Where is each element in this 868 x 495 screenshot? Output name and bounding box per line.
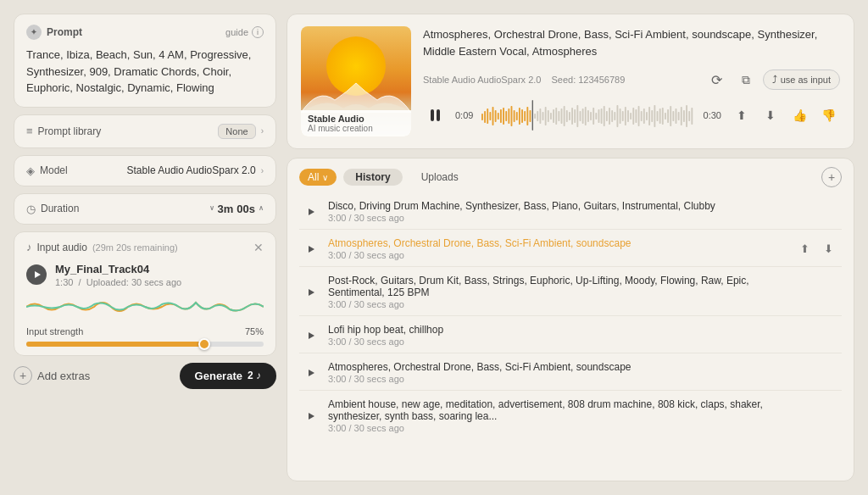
pause-bar-1 [431,109,434,121]
list-add-button[interactable]: + [821,167,842,187]
list-play-button-2[interactable] [303,284,320,301]
svg-rect-68 [662,108,664,125]
model-icon: ◈ [26,164,35,177]
svg-rect-28 [556,108,558,125]
loop-button[interactable]: ⟳ [705,68,729,92]
svg-rect-65 [654,105,656,127]
svg-rect-30 [561,108,563,124]
list-download-button-3[interactable]: ⬇ [818,325,838,346]
info-icon[interactable]: i [252,26,264,38]
share-button[interactable]: ⬆ [730,103,754,127]
svg-rect-52 [620,108,621,124]
list-item-title-2: Post-Rock, Guitars, Drum Kit, Bass, Stri… [328,275,786,298]
duration-up-arrow[interactable]: ∧ [259,205,264,212]
track-play-button[interactable] [26,264,47,285]
list-download-button-1[interactable]: ⬇ [818,239,838,259]
player-actions: ⬆ ⬇ 👍 👎 [730,103,840,127]
like-button[interactable]: 👍 [787,103,811,127]
svg-rect-55 [627,110,629,122]
guide-link[interactable]: guide i [225,26,264,38]
list-item-meta-4: 3:00 / 30 secs ago [328,374,786,384]
list-play-button-4[interactable] [303,364,320,381]
list-download-button-4[interactable]: ⬇ [818,363,838,383]
player-seed: Seed: 123456789 [551,75,625,85]
tab-uploads[interactable]: Uploads [409,169,470,186]
list-item-title-5: Ambient house, new age, meditation, adve… [328,398,786,422]
svg-rect-8 [504,108,505,125]
svg-rect-1 [485,111,487,123]
svg-rect-25 [548,110,549,122]
svg-rect-79 [692,108,693,125]
svg-rect-70 [668,109,670,123]
use-input-icon: ⤴ [772,74,777,86]
list-item: Lofi hip hop beat, chillhop 3:00 / 30 se… [299,318,842,353]
input-strength-label: Input strength [26,326,83,336]
dislike-button[interactable]: 👎 [816,103,840,127]
svg-rect-37 [580,111,581,121]
svg-rect-11 [511,106,513,126]
svg-rect-49 [612,110,614,122]
tab-history[interactable]: History [343,169,402,186]
add-extras-button[interactable]: + Add extras [14,366,90,385]
duration-down-arrow[interactable]: ∨ [209,205,214,212]
list-share-button-2[interactable]: ⬆ [794,282,815,303]
svg-rect-78 [689,111,691,121]
list-share-button-3[interactable]: ⬆ [794,325,815,346]
list-item-title-3: Lofi hip hop beat, chillhop [328,324,786,336]
list-item-info-1: Atmospheres, Orchestral Drone, Bass, Sci… [328,237,786,260]
pause-button[interactable] [423,103,447,127]
svg-rect-18 [530,110,531,122]
input-strength-slider[interactable] [26,342,264,347]
list-play-button-3[interactable] [303,327,320,344]
svg-rect-36 [577,105,579,127]
prompt-library-label: Prompt library [38,125,102,137]
svg-rect-66 [657,111,659,121]
svg-rect-54 [625,107,626,125]
list-download-button-2[interactable]: ⬇ [818,282,838,303]
use-as-input-button[interactable]: ⤴ use as input [763,70,840,90]
track-name: My_Final_Track04 [55,263,181,275]
input-strength-value: 75% [245,326,264,336]
svg-rect-29 [559,111,560,121]
list-share-button-0[interactable]: ⬆ [794,202,815,222]
prompt-library-section[interactable]: ≡ Prompt library None › [14,114,276,148]
svg-rect-34 [572,108,574,125]
close-audio-button[interactable]: ✕ [253,241,264,254]
list-item-title-1: Atmospheres, Orchestral Drone, Bass, Sci… [328,237,786,249]
list-share-button-5[interactable]: ⬆ [794,406,815,426]
svg-rect-12 [514,110,515,122]
model-label: Model [40,164,68,176]
list-item-meta-3: 3:00 / 30 secs ago [328,336,786,347]
list-item-title-4: Atmospheres, Orchestral Drone, Bass, Sci… [328,361,786,373]
svg-rect-39 [585,107,587,125]
svg-rect-17 [527,107,529,125]
model-section[interactable]: ◈ Model Stable Audio AudioSparx 2.0 › [14,155,276,186]
player-model: Stable Audio AudioSparx 2.0 [423,75,541,85]
prompt-text[interactable]: Trance, Ibiza, Beach, Sun, 4 AM, Progres… [26,47,264,97]
list-play-button-0[interactable] [303,203,320,220]
svg-rect-4 [492,107,494,125]
svg-rect-61 [643,108,645,124]
list-share-button-4[interactable]: ⬆ [794,363,815,383]
prompt-label: Prompt [47,26,82,38]
list-download-button-5[interactable]: ⬇ [818,406,838,426]
list-section: All ∨ History Uploads + Disco, Driving D… [287,158,854,481]
all-filter-button[interactable]: All ∨ [299,169,337,186]
list-play-button-5[interactable] [303,408,320,425]
generate-button[interactable]: Generate 2 ♪ [180,363,276,389]
download-button[interactable]: ⬇ [759,103,782,127]
list-download-button-0[interactable]: ⬇ [818,202,838,222]
list-item-info-5: Ambient house, new age, meditation, adve… [328,398,786,433]
list-item-meta-1: 3:00 / 30 secs ago [328,250,786,260]
list-share-button-1[interactable]: ⬆ [794,239,815,259]
player-section: Stable Audio AI music creation Atmospher… [287,14,854,149]
svg-rect-23 [542,112,544,120]
copy-button[interactable]: ⧉ [734,68,758,92]
svg-rect-35 [575,109,576,123]
svg-rect-50 [615,112,616,120]
player-waveform[interactable] [481,98,694,132]
list-play-button-1[interactable] [303,241,320,258]
audio-remaining: (29m 20s remaining) [92,242,178,253]
filter-label: All [308,171,319,183]
svg-rect-76 [683,110,685,122]
